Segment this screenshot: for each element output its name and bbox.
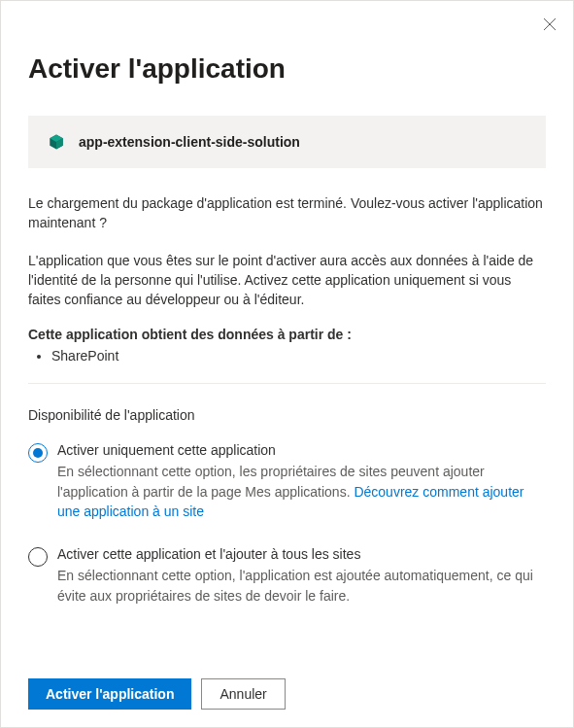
package-icon bbox=[48, 133, 65, 151]
warning-text: L'application que vous êtes sur le point… bbox=[28, 251, 546, 310]
sources-label: Cette application obtient des données à … bbox=[28, 327, 546, 342]
dialog-title: Activer l'application bbox=[28, 53, 546, 85]
radio-desc-text: En sélectionnant cette option, l'applica… bbox=[57, 568, 533, 603]
app-banner: app-extension-client-side-solution bbox=[28, 116, 546, 168]
cancel-button[interactable]: Annuler bbox=[201, 678, 285, 710]
activate-button[interactable]: Activer l'application bbox=[28, 678, 191, 710]
close-icon bbox=[543, 17, 557, 31]
radio-input-enable-only[interactable] bbox=[28, 443, 48, 463]
divider bbox=[28, 383, 546, 384]
sources-list: SharePoint bbox=[28, 348, 546, 364]
radio-option-enable-all[interactable]: Activer cette application et l'ajouter à… bbox=[28, 546, 546, 606]
app-name: app-extension-client-side-solution bbox=[79, 134, 300, 150]
radio-input-enable-all[interactable] bbox=[28, 547, 48, 567]
intro-text: Le chargement du package d'application e… bbox=[28, 193, 546, 233]
radio-description: En sélectionnant cette option, les propr… bbox=[57, 462, 546, 521]
close-button[interactable] bbox=[540, 15, 559, 34]
dialog-footer: Activer l'application Annuler bbox=[28, 678, 286, 710]
radio-content: Activer uniquement cette application En … bbox=[57, 442, 546, 521]
radio-option-enable-only[interactable]: Activer uniquement cette application En … bbox=[28, 442, 546, 521]
radio-label: Activer cette application et l'ajouter à… bbox=[57, 546, 546, 562]
radio-content: Activer cette application et l'ajouter à… bbox=[57, 546, 546, 606]
radio-description: En sélectionnant cette option, l'applica… bbox=[57, 566, 546, 606]
radio-label: Activer uniquement cette application bbox=[57, 442, 546, 458]
source-item: SharePoint bbox=[51, 348, 546, 364]
availability-title: Disponibilité de l'application bbox=[28, 407, 546, 423]
